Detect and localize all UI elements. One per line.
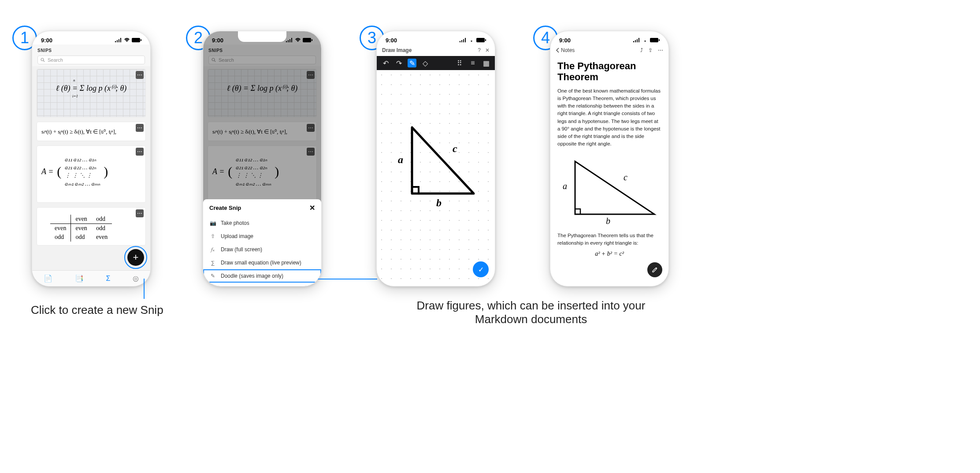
battery-icon: [476, 38, 486, 42]
eraser-icon[interactable]: ◇: [421, 59, 430, 67]
svg-point-6: [41, 58, 44, 61]
snip-card[interactable]: ⋯ ℓ (θ) = Σ log p (x⁽ⁱ⁾; θ) n i=1: [37, 69, 146, 117]
pen-icon[interactable]: ✎: [408, 59, 416, 67]
help-icon[interactable]: ?: [478, 47, 481, 53]
more-icon[interactable]: ⋯: [136, 209, 144, 217]
signal-icon: [115, 38, 122, 42]
tab-account-icon[interactable]: ◎: [133, 274, 139, 283]
draw-title: Draw Image: [382, 47, 412, 53]
connector-line: [144, 279, 145, 299]
grid-dots-icon[interactable]: ⠿: [455, 59, 464, 67]
wifi-icon: [295, 38, 301, 42]
signal-icon: [633, 38, 640, 42]
phone-1: 9:00 SNIPS Search ⋯ ℓ (θ) = Σ log p (x⁽: [32, 31, 151, 287]
grid-lines-icon[interactable]: ≡: [468, 59, 477, 67]
wifi-icon: [124, 38, 130, 42]
create-snip-sheet: Create Snip ✕ 📷Take photos ⇧Upload image…: [203, 199, 321, 286]
note-paragraph-1: One of the best known mathematical formu…: [557, 87, 661, 148]
sheet-item-doodle[interactable]: ✎Doodle (saves image only): [203, 269, 321, 283]
signal-icon: [286, 38, 293, 42]
svg-rect-23: [635, 40, 636, 42]
more-icon[interactable]: ⋯: [658, 47, 663, 53]
svg-rect-18: [463, 39, 464, 42]
note-equation: a² + b² = c²: [557, 250, 661, 257]
grid-squares-icon[interactable]: ▦: [482, 59, 490, 67]
triangle-label-b: b: [436, 197, 442, 209]
more-icon[interactable]: ⋯: [136, 71, 144, 79]
close-icon[interactable]: ✕: [309, 204, 315, 212]
snip-formula: ℓ (θ) = Σ log p (x⁽ⁱ⁾; θ) n i=1: [41, 83, 141, 93]
more-icon[interactable]: ⋯: [136, 124, 144, 132]
undo-icon[interactable]: ↶: [381, 59, 390, 67]
new-snip-fab[interactable]: +: [127, 249, 144, 266]
svg-line-7: [44, 61, 45, 62]
triangle-label-c: c: [624, 172, 627, 182]
search-icon: [41, 58, 45, 62]
snip-card[interactable]: ⋯ evenodd evenevenodd oddoddeven: [37, 207, 146, 246]
parity-table: evenodd evenevenodd oddoddeven: [50, 215, 141, 242]
matrix-body: a₁₁ a₁₂ … a₁ₙ a₂₁ a₂₂ … a₂ₙ ⋮ ⋮ ⋱ ⋮ aₘ₁ …: [65, 156, 100, 188]
camera-icon: 📷: [209, 220, 216, 226]
confirm-button[interactable]: ✓: [473, 261, 489, 277]
status-icons: [115, 38, 141, 42]
triangle-drawing: [377, 70, 495, 264]
back-button[interactable]: Notes: [556, 47, 575, 53]
svg-rect-22: [633, 41, 634, 42]
svg-rect-20: [476, 38, 485, 42]
sheet-item-take-photos[interactable]: 📷Take photos: [203, 216, 321, 230]
triangle-label-a: a: [563, 181, 567, 191]
svg-rect-21: [485, 39, 486, 41]
upload-icon: ⇧: [209, 233, 216, 239]
svg-rect-12: [303, 38, 311, 42]
caption-2: Draw figures, which can be inserted into…: [388, 299, 674, 326]
svg-rect-19: [465, 38, 466, 42]
snip-card[interactable]: ⋯ sᵢⁿ(t) + sⱼⁿ(t) ≥ δᵢ(t), ∀t ∈ [tᵢ⁰, tⱼ…: [37, 122, 146, 141]
status-icons: [286, 38, 312, 42]
snip-formula: sᵢⁿ(t) + sⱼⁿ(t) ≥ δᵢ(t), ∀t ∈ [tᵢ⁰, tⱼⁿ]…: [41, 128, 141, 135]
svg-rect-10: [290, 39, 290, 42]
svg-rect-1: [117, 40, 118, 42]
tutorial-graphic: 1 2 3 4 9:00 SNIPS Search ⋯: [0, 0, 980, 473]
redo-icon[interactable]: ↷: [394, 59, 403, 67]
phone-3: 9:00 Draw Image ? ✕ ↶ ↷ ✎ ◇: [376, 31, 495, 287]
sheet-title: Create Snip: [209, 205, 241, 211]
svg-rect-8: [286, 41, 287, 42]
close-icon[interactable]: ✕: [485, 47, 490, 53]
svg-rect-2: [119, 39, 119, 42]
equation-icon: ∑: [209, 260, 216, 266]
export-icon[interactable]: ⇪: [648, 47, 653, 53]
svg-rect-24: [637, 39, 638, 42]
sheet-item-draw-small[interactable]: ∑Draw small equation (live preview): [203, 256, 321, 269]
edit-icon: [652, 267, 658, 273]
edit-fab[interactable]: [647, 262, 662, 277]
share-icon[interactable]: ⤴: [640, 47, 643, 53]
tab-bar: 📄 📑 Σ ◎: [32, 270, 150, 286]
triangle-label-a: a: [398, 154, 403, 166]
draw-toolbar: ↶ ↷ ✎ ◇ ⠿ ≡ ▦: [377, 56, 495, 70]
svg-rect-9: [288, 40, 289, 42]
sheet-item-upload-image[interactable]: ⇧Upload image: [203, 230, 321, 243]
note-body: The Pythagorean Theorem One of the best …: [550, 56, 668, 262]
snip-card[interactable]: ⋯ A = ( a₁₁ a₁₂ … a₁ₙ a₂₁ a₂₂ … a₂ₙ ⋮ ⋮ …: [37, 145, 146, 203]
search-input[interactable]: Search: [37, 56, 145, 64]
battery-icon: [650, 38, 660, 42]
search-placeholder: Search: [48, 57, 63, 63]
tab-pdf-icon[interactable]: 📑: [75, 274, 84, 283]
doodle-icon: ✎: [209, 273, 216, 279]
matrix-prefix: A =: [41, 167, 53, 176]
svg-rect-3: [120, 38, 121, 42]
snips-header: SNIPS Search: [32, 45, 150, 66]
note-paragraph-2: The Pythagorean Theorem tells us that th…: [557, 232, 661, 247]
svg-rect-13: [312, 39, 312, 41]
phone-2: 9:00 SNIPS Search ⋯ ℓ (θ) = Σ log p (x⁽ⁱ…: [203, 31, 322, 287]
more-icon[interactable]: ⋯: [136, 148, 144, 156]
caption-1: Click to create a new Snip: [31, 303, 260, 317]
svg-rect-26: [650, 38, 658, 42]
sheet-item-draw-full[interactable]: 𝑓ₓDraw (full screen): [203, 243, 321, 256]
triangle-drawing: [557, 153, 663, 227]
battery-icon: [303, 38, 312, 42]
tab-snips-icon[interactable]: Σ: [106, 275, 111, 283]
tab-notes-icon[interactable]: 📄: [44, 274, 52, 283]
page-title: SNIPS: [37, 48, 145, 53]
draw-canvas[interactable]: a b c ✓: [377, 70, 495, 286]
